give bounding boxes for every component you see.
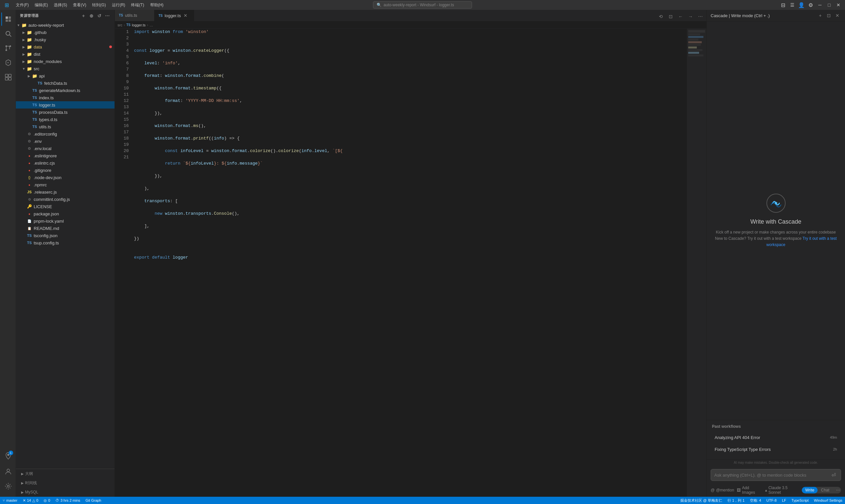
cascade-layout-btn[interactable]: ⊡ (825, 12, 832, 19)
cascade-input[interactable]: ⏎ (711, 469, 841, 481)
collapse-all-btn[interactable]: ⋯ (104, 13, 110, 19)
model-name[interactable]: ▲ Claude 3.5 Sonnet (764, 486, 799, 495)
code-content[interactable]: import winston from 'winston' const logg… (131, 29, 687, 497)
tree-item-readme[interactable]: ▶ 📋 README.md (16, 224, 115, 232)
tree-item-logger[interactable]: ▶ TS logger.ts (16, 101, 115, 109)
tree-item-tsup[interactable]: ▶ TS tsup.config.ts (16, 239, 115, 246)
tree-item-gitignore[interactable]: ▶ ● .gitignore (16, 166, 115, 174)
tree-item-eslintrc[interactable]: ▶ ● .eslintrc.cjs (16, 159, 115, 166)
cascade-send-btn[interactable]: ⏎ (829, 471, 838, 479)
tree-root[interactable]: ▼ 📁 auto-weekly-report (16, 21, 115, 29)
tree-item-src[interactable]: ▼ 📁 src (16, 65, 115, 72)
menu-view[interactable]: 查看(V) (70, 2, 89, 8)
new-folder-btn[interactable]: ⊕ (88, 13, 95, 19)
close-button[interactable]: ✕ (834, 1, 842, 9)
tree-item-releaserc[interactable]: ▶ JS .releaserc.js (16, 188, 115, 196)
menu-run[interactable]: 运行(R) (109, 2, 128, 8)
status-errors[interactable]: ✕ 14 △ 0 (20, 497, 41, 504)
tab-logger[interactable]: TS logger.ts ✕ (155, 10, 194, 21)
remote-icon[interactable]: ⊟ (779, 1, 787, 9)
tree-item-nodedev[interactable]: ▶ {} .node-dev.json (16, 174, 115, 181)
tree-item-types[interactable]: ▶ TS types.d.ts (16, 116, 115, 123)
activity-account[interactable] (1, 465, 15, 478)
restore-button[interactable]: □ (825, 1, 833, 9)
tab-utils[interactable]: TS utils.ts (115, 10, 155, 21)
status-encoding[interactable]: UTF-8 (764, 497, 779, 504)
tree-item-editorconfig[interactable]: ▶ ⚙ .editorconfig (16, 130, 115, 138)
tree-item-pnpm[interactable]: ▶ 📄 pnpm-lock.yaml (16, 217, 115, 224)
outline-section[interactable]: ▶ 大纲 (16, 469, 115, 478)
tree-item-husky[interactable]: ▶ 📁 .husky (16, 36, 115, 43)
tree-item-env[interactable]: ▶ ⚙ .env (16, 138, 115, 145)
menu-file[interactable]: 文件(F) (13, 2, 31, 8)
status-time[interactable]: ⏱ 3 hrs 2 mins (53, 497, 83, 504)
chat-toggle-btn[interactable]: Chat (817, 487, 832, 493)
nav-back-btn[interactable]: ← (676, 12, 685, 21)
layout-icon[interactable]: ☰ (788, 1, 796, 9)
status-spaces[interactable]: 空格: 4 (747, 497, 764, 504)
status-format-errors[interactable]: ◎ 0 (41, 497, 53, 504)
write-toggle-btn[interactable]: Write (802, 487, 817, 493)
tree-item-index[interactable]: ▶ TS index.ts (16, 94, 115, 101)
tree-item-processdata[interactable]: ▶ TS processData.ts (16, 109, 115, 116)
activity-windsurf[interactable]: 1 (1, 449, 15, 463)
cascade-input-field[interactable] (714, 473, 827, 478)
menu-terminal[interactable]: 终端(T) (128, 2, 146, 8)
menu-goto[interactable]: 转到(G) (89, 2, 108, 8)
tree-item-npmrc[interactable]: ▶ ● .npmrc (16, 181, 115, 188)
mysql-section[interactable]: ▶ MySQL (16, 487, 115, 497)
workflow-item-api[interactable]: Analyzing API 404 Error 49m (712, 431, 840, 443)
global-search[interactable]: 🔍 auto-weekly-report - Windsurf - logger… (373, 1, 472, 8)
tree-item-generatemarkdown[interactable]: ▶ TS generateMarkdown.ts (16, 87, 115, 94)
status-eol[interactable]: LF (779, 497, 789, 504)
tree-item-fetchdata[interactable]: ▶ TS fetchData.ts (16, 79, 115, 87)
history-btn[interactable]: ⟲ (656, 12, 666, 21)
menu-select[interactable]: 选择(S) (51, 2, 70, 8)
tab-logger-close[interactable]: ✕ (183, 13, 188, 18)
breadcrumb-more[interactable]: … (149, 23, 153, 27)
tree-item-github[interactable]: ▶ 📁 .github (16, 29, 115, 36)
timeline-section[interactable]: ▶ 时间线 (16, 478, 115, 487)
status-community[interactable]: 掘金技术社区 @ 草梅友仁 (677, 497, 725, 504)
status-git-branch[interactable]: ⑂ master (0, 497, 20, 504)
activity-git[interactable] (1, 41, 15, 55)
settings-icon[interactable]: ⚙ (807, 1, 815, 9)
activity-settings[interactable] (1, 480, 15, 493)
activity-extensions[interactable] (1, 71, 15, 84)
nav-forward-btn[interactable]: → (686, 12, 695, 21)
status-windsurf-settings[interactable]: Windsurf Settings (811, 497, 845, 504)
tree-item-node-modules[interactable]: ▶ 📁 node_modules (16, 58, 115, 65)
tree-item-package[interactable]: ▶ ● package.json (16, 210, 115, 217)
refresh-btn[interactable]: ↺ (96, 13, 103, 19)
tree-item-tsconfig[interactable]: ▶ TS tsconfig.json (16, 232, 115, 239)
tree-item-dist[interactable]: ▶ 📁 dist (16, 51, 115, 58)
tree-item-license[interactable]: ▶ 🔑 LICENSE (16, 203, 115, 210)
mention-btn[interactable]: @ @mention (711, 488, 734, 492)
tree-item-eslintignore[interactable]: ▶ ● .eslintignore (16, 152, 115, 159)
tree-item-utils[interactable]: ▶ TS utils.ts (16, 123, 115, 130)
tree-item-data[interactable]: ▶ 📁 data (16, 43, 115, 51)
menu-help[interactable]: 帮助(H) (147, 2, 166, 8)
breadcrumb-file[interactable]: logger.ts (132, 23, 145, 27)
menu-edit[interactable]: 编辑(E) (32, 2, 51, 8)
split-editor-btn[interactable]: ⊡ (666, 12, 675, 21)
status-git-graph[interactable]: Git Graph (83, 497, 104, 504)
tree-item-commitlint[interactable]: ▶ ⚙ commitlint.config.js (16, 196, 115, 203)
minimize-button[interactable]: ─ (816, 1, 824, 9)
add-images-btn[interactable]: 🖼 Add Images (737, 486, 762, 495)
account-icon[interactable]: 👤 (797, 1, 805, 9)
activity-explorer[interactable] (1, 13, 15, 26)
cascade-new-btn[interactable]: + (816, 12, 824, 19)
tab-more-btn[interactable]: ⋯ (696, 12, 705, 21)
breadcrumb-src[interactable]: src (118, 23, 122, 27)
more-toggle-btn[interactable]: ⋯ (833, 487, 841, 493)
workflow-item-ts[interactable]: Fixing TypeScript Type Errors 2h (712, 443, 840, 455)
code-editor[interactable]: 12345 678910 1112131415 1617181920 21 im… (115, 29, 706, 497)
activity-debug[interactable] (1, 56, 15, 69)
new-file-btn[interactable]: + (80, 13, 87, 19)
status-position[interactable]: 行 1，列 1 (725, 497, 747, 504)
cascade-close-btn[interactable]: ✕ (834, 12, 841, 19)
tree-item-api[interactable]: ▶ 📁 api (16, 72, 115, 79)
tree-item-env-local[interactable]: ▶ ⚙ .env.local (16, 145, 115, 152)
activity-search[interactable] (1, 27, 15, 40)
